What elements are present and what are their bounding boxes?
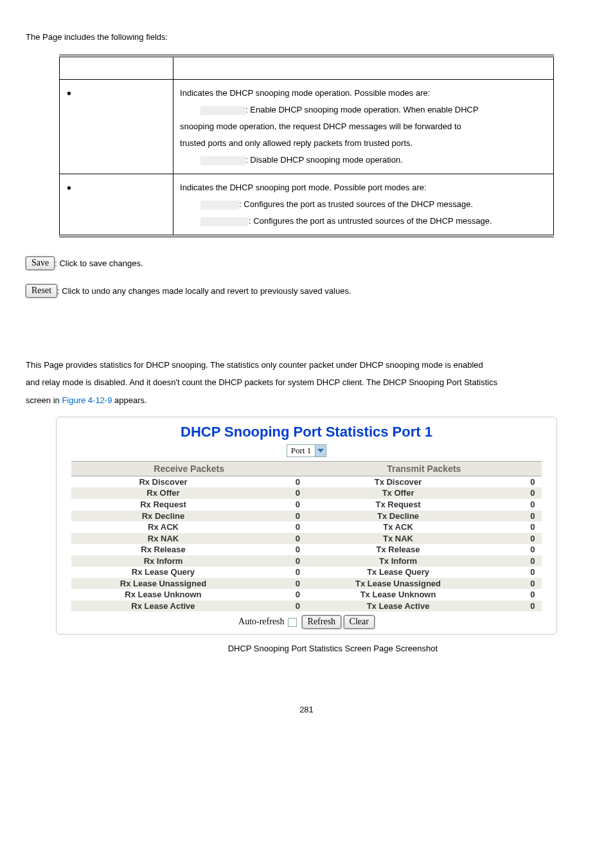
- table-row: Rx Lease Unassigned0Tx Lease Unassigned0: [71, 578, 541, 590]
- tx-label: Tx NAK: [306, 533, 490, 545]
- table-row: Rx Decline0Tx Decline0: [71, 511, 541, 522]
- table-row: Rx Release0Tx Release0: [71, 544, 541, 556]
- section-heading: 4.12.5 DHCP Snooping Statistics: [26, 330, 587, 345]
- refresh-button[interactable]: Refresh: [302, 615, 342, 629]
- figure-ref: Figure 4-12-9: [62, 395, 112, 405]
- rx-value: 0: [255, 533, 306, 545]
- clear-button[interactable]: Clear: [344, 615, 375, 629]
- figure-caption: Figure 4-12-9 DHCP Snooping Port Statist…: [26, 644, 587, 653]
- rx-value: 0: [255, 589, 306, 601]
- fields-header-object: Object: [60, 56, 173, 80]
- tx-value: 0: [490, 556, 541, 567]
- fields-header-description: Description: [173, 56, 553, 80]
- tx-label: Tx Lease Query: [306, 566, 490, 578]
- option-disabled-box: [200, 156, 245, 165]
- tx-label: Tx Decline: [306, 511, 490, 522]
- rx-label: Rx NAK: [71, 533, 254, 545]
- rx-value: 0: [255, 601, 306, 612]
- option-trusted-box: [200, 201, 239, 210]
- table-row: Rx Lease Active0Tx Lease Active0: [71, 601, 541, 612]
- table-row: Rx Lease Unknown0Tx Lease Unknown0: [71, 589, 541, 601]
- tx-label: Tx Inform: [306, 556, 490, 567]
- rx-label: Rx Offer: [71, 487, 254, 499]
- auto-refresh-checkbox[interactable]: [288, 618, 297, 627]
- tx-value: 0: [490, 533, 541, 545]
- field-desc-port-mode: Indicates the DHCP snooping port mode. P…: [173, 174, 553, 237]
- tx-value: 0: [490, 601, 541, 612]
- tx-value: 0: [490, 499, 541, 511]
- table-row: Rx NAK0Tx NAK0: [71, 533, 541, 545]
- save-desc: : Click to save changes.: [55, 258, 143, 268]
- rx-value: 0: [255, 578, 306, 590]
- rx-value: 0: [255, 476, 306, 487]
- table-row: Rx Inform0Tx Inform0: [71, 556, 541, 567]
- chevron-down-icon: [315, 445, 326, 457]
- rx-header: Receive Packets: [71, 461, 306, 476]
- auto-refresh-label: Auto-refresh: [238, 617, 285, 626]
- reset-button[interactable]: Reset: [26, 284, 57, 298]
- field-object-snooping-mode: ●Snooping Mode: [60, 80, 173, 174]
- tx-label: Tx Lease Unknown: [306, 589, 490, 601]
- rx-value: 0: [255, 556, 306, 567]
- rx-label: Rx Discover: [71, 476, 254, 487]
- rx-label: Rx Lease Unknown: [71, 589, 254, 601]
- reset-desc: : Click to undo any changes made locally…: [57, 286, 351, 296]
- rx-label: Rx Lease Active: [71, 601, 254, 612]
- fields-table: Object Description ●Snooping Mode Indica…: [59, 55, 553, 237]
- intro-text: The Page includes the following fields:: [26, 32, 587, 42]
- tx-value: 0: [490, 589, 541, 601]
- svg-marker-0: [317, 449, 324, 453]
- field-object-port-mode: ●Port Mode: [60, 174, 173, 237]
- rx-value: 0: [255, 544, 306, 556]
- tx-label: Tx Offer: [306, 487, 490, 499]
- stats-title: DHCP Snooping Port Statistics Port 1: [57, 421, 556, 443]
- tx-value: 0: [490, 487, 541, 499]
- rx-label: Rx ACK: [71, 521, 254, 533]
- port-select[interactable]: Port 1: [287, 444, 326, 457]
- table-row: Rx ACK0Tx ACK0: [71, 521, 541, 533]
- option-untrusted-box: [200, 217, 249, 226]
- table-row: Rx Lease Query0Tx Lease Query0: [71, 566, 541, 578]
- rx-label: Rx Decline: [71, 511, 254, 522]
- table-row: Rx Offer0Tx Offer0: [71, 487, 541, 499]
- tx-value: 0: [490, 578, 541, 590]
- rx-value: 0: [255, 487, 306, 499]
- stats-panel: DHCP Snooping Port Statistics Port 1 Por…: [56, 417, 557, 635]
- tx-label: Tx Release: [306, 544, 490, 556]
- save-button[interactable]: Save: [26, 257, 55, 270]
- option-enabled-box: [200, 106, 245, 115]
- tx-label: Tx Lease Unassigned: [306, 578, 490, 590]
- tx-value: 0: [490, 511, 541, 522]
- rx-label: Rx Release: [71, 544, 254, 556]
- tx-label: Tx ACK: [306, 521, 490, 533]
- stats-intro: This Page provides statistics for DHCP s…: [26, 356, 587, 409]
- rx-value: 0: [255, 521, 306, 533]
- field-desc-snooping-mode: Indicates the DHCP snooping mode operati…: [173, 80, 553, 174]
- rx-value: 0: [255, 566, 306, 578]
- tx-label: Tx Lease Active: [306, 601, 490, 612]
- rx-label: Rx Lease Query: [71, 566, 254, 578]
- tx-label: Tx Request: [306, 499, 490, 511]
- page-number: 281: [26, 705, 587, 714]
- tx-value: 0: [490, 544, 541, 556]
- rx-value: 0: [255, 499, 306, 511]
- tx-label: Tx Discover: [306, 476, 490, 487]
- table-row: Rx Discover0Tx Discover0: [71, 476, 541, 487]
- rx-label: Rx Inform: [71, 556, 254, 567]
- table-row: Rx Request0Tx Request0: [71, 499, 541, 511]
- tx-header: Transmit Packets: [306, 461, 542, 476]
- tx-value: 0: [490, 521, 541, 533]
- stats-table: Receive Packets Transmit Packets Rx Disc…: [71, 461, 541, 612]
- tx-value: 0: [490, 566, 541, 578]
- rx-value: 0: [255, 511, 306, 522]
- rx-label: Rx Request: [71, 499, 254, 511]
- rx-label: Rx Lease Unassigned: [71, 578, 254, 590]
- tx-value: 0: [490, 476, 541, 487]
